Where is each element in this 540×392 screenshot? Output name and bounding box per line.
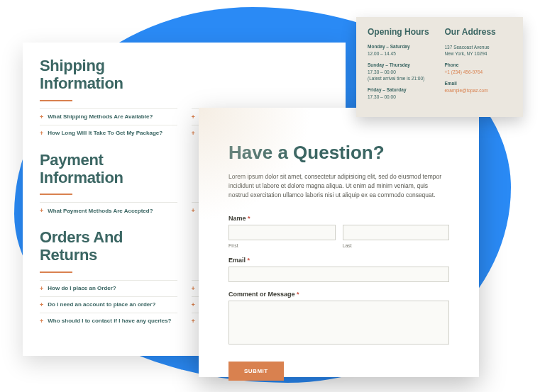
plus-icon: + <box>40 301 43 308</box>
faq-title: Payment Information <box>40 151 167 187</box>
faq-title: Orders And Returns <box>40 228 167 264</box>
first-name-input[interactable] <box>228 225 336 240</box>
faq-item[interactable]: +Do I need an account to place an order? <box>40 296 177 313</box>
submit-button[interactable]: SUBMIT <box>228 362 284 381</box>
plus-icon: + <box>40 113 43 121</box>
address-title: Our Address <box>445 27 512 37</box>
plus-icon: + <box>192 285 195 292</box>
email-link[interactable]: example@topaz.com <box>445 87 512 94</box>
comment-label: Comment or Message * <box>228 291 449 298</box>
hours-label: Sunday – Thursday <box>368 62 435 67</box>
email-label: Email * <box>228 257 449 264</box>
comment-textarea[interactable] <box>228 301 449 345</box>
phone-link[interactable]: +1 (234) 456-9764 <box>445 69 512 75</box>
faq-item[interactable]: +How Long Will It Take To Get My Package… <box>40 125 177 141</box>
last-sublabel: Last <box>343 243 450 248</box>
address-text: 137 Seacoast Avenue New York, NY 10294 <box>445 44 512 57</box>
divider <box>40 271 72 273</box>
plus-icon: + <box>40 207 43 214</box>
faq-title: Shipping Information <box>40 57 167 93</box>
hours-label: Friday – Saturday <box>368 87 435 92</box>
hours-text: 17.30 – 00.00 <box>368 94 435 100</box>
faq-item[interactable]: +How do I place an Order? <box>40 280 177 296</box>
hours-text: 17.30 – 00.00 (Latest arrival time is 21… <box>368 69 435 82</box>
hours-label: Monday – Saturday <box>368 44 435 49</box>
plus-icon: + <box>192 130 195 137</box>
divider <box>40 100 72 101</box>
faq-item[interactable]: +What Shipping Methods Are Available? <box>40 108 177 125</box>
phone-label: Phone <box>445 62 512 67</box>
plus-icon: + <box>192 113 195 121</box>
plus-icon: + <box>40 285 43 292</box>
opening-hours-title: Opening Hours <box>368 27 435 37</box>
comment-field-group: Comment or Message * <box>228 291 449 347</box>
email-input[interactable] <box>228 267 449 282</box>
contact-card: Have a Question? Lorem ipsum dolor sit a… <box>199 108 479 377</box>
contact-description: Lorem ipsum dolor sit amet, consectetur … <box>228 172 449 199</box>
plus-icon: + <box>192 301 195 308</box>
contact-title: Have a Question? <box>228 142 449 164</box>
faq-item[interactable]: +Who should I to contact if I have any q… <box>40 313 177 329</box>
faq-item[interactable]: +What Payment Methods Are Accepted? <box>40 202 177 218</box>
hours-text: 12.00 – 14.45 <box>368 50 435 57</box>
plus-icon: + <box>40 318 43 325</box>
name-label: Name * <box>228 215 449 222</box>
opening-hours-col: Opening Hours Monday – Saturday 12.00 – … <box>368 27 435 106</box>
divider <box>40 194 72 195</box>
email-label: Email <box>445 81 512 86</box>
last-name-input[interactable] <box>343 225 450 240</box>
name-field-group: Name * First Last <box>228 215 449 248</box>
email-field-group: Email * <box>228 257 449 282</box>
plus-icon: + <box>192 207 195 214</box>
address-col: Our Address 137 Seacoast Avenue New York… <box>445 27 512 106</box>
first-sublabel: First <box>228 243 336 248</box>
plus-icon: + <box>40 130 43 137</box>
info-card: Opening Hours Monday – Saturday 12.00 – … <box>356 17 523 117</box>
plus-icon: + <box>192 318 195 325</box>
